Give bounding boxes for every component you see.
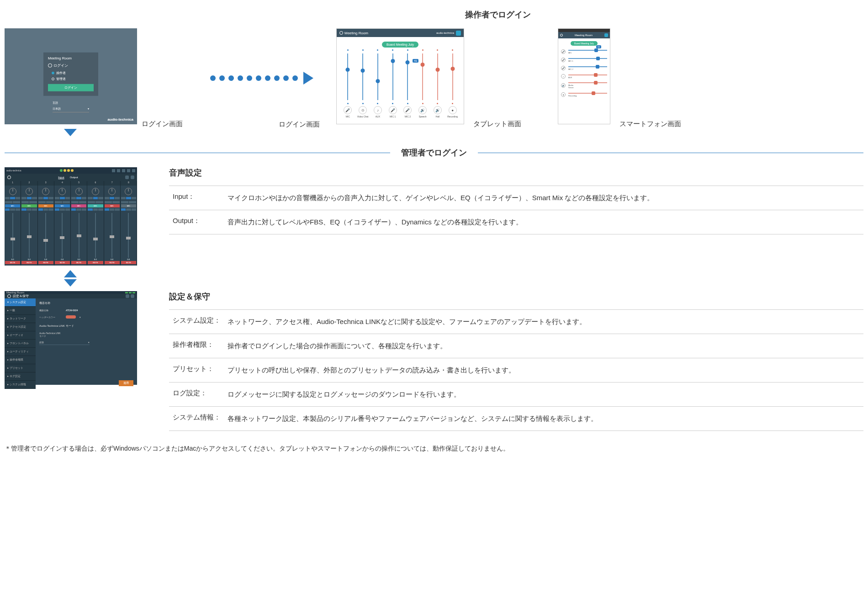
channel-slider-h[interactable]: 🎤MIC 2: [561, 66, 607, 70]
login-button[interactable]: ログイン: [48, 84, 94, 91]
mute-button[interactable]: MUTE: [55, 261, 70, 264]
channel-icon[interactable]: 🔊: [418, 106, 427, 114]
table-row: システム設定：ネットワーク、アクセス権、Audio-Technica LINKな…: [169, 310, 863, 334]
channel-strip[interactable]: MIC0.0MUTE: [5, 186, 21, 266]
user-icon[interactable]: [131, 294, 134, 298]
sidebar-item[interactable]: ▸ アクセス設定: [5, 323, 36, 331]
row-key: プリセット：: [173, 365, 228, 376]
channel-slider[interactable]: [372, 49, 384, 104]
channel-icon[interactable]: ●: [449, 106, 457, 114]
channel-slider[interactable]: [357, 49, 369, 104]
link-mode-select[interactable]: 拡張▾: [39, 340, 90, 345]
channel-strip[interactable]: MIC0.0MUTE: [21, 186, 37, 266]
sidebar-item[interactable]: ▸ システム情報: [5, 381, 36, 389]
channel-icon[interactable]: ♪: [374, 106, 382, 114]
fader[interactable]: [88, 213, 103, 258]
channel-slider-h[interactable]: 🎤56MIC: [561, 49, 607, 54]
gain-knob[interactable]: [92, 188, 99, 195]
fader[interactable]: [105, 213, 120, 258]
channel-slider-h[interactable]: 🔊Media Server: [561, 82, 607, 89]
user-icon[interactable]: [604, 33, 608, 37]
mixer-icon[interactable]: [126, 294, 129, 298]
table-row: Input：マイクロホンやほかの音響機器からの音声入力に対して、ゲインやレベル、…: [169, 186, 863, 210]
channel-slider[interactable]: [432, 49, 444, 104]
channel-icon[interactable]: 🎤: [389, 106, 397, 114]
sidebar-item[interactable]: ▸ ユーティリティ: [5, 348, 36, 356]
apply-button[interactable]: 適用: [119, 380, 133, 386]
channel-label: MIC 1: [387, 115, 399, 118]
channel-tag: MIC: [21, 204, 37, 207]
channel-strip[interactable]: MIC0.0MUTE: [104, 186, 121, 266]
channel-slider[interactable]: [417, 49, 429, 104]
sidebar-item[interactable]: ▸ ログ設定: [5, 372, 36, 381]
preset-chip[interactable]: Board Meeting July: [382, 42, 418, 48]
color-swatch[interactable]: [66, 315, 76, 319]
channel-strip[interactable]: MIC0.0MUTE: [38, 186, 54, 266]
channel-strip[interactable]: MIC0.0MUTE: [54, 186, 71, 266]
channel-slider-h[interactable]: ♪AUX: [561, 74, 607, 79]
channel-tag: MIC: [55, 204, 70, 207]
channel-slider[interactable]: [387, 49, 399, 104]
gear-icon[interactable]: [125, 175, 129, 179]
table-row: ログ設定：ログメッセージに関する設定とログメッセージのダウンロードを行います。: [169, 383, 863, 407]
channel-slider-h[interactable]: 🎤MIC 1: [561, 58, 607, 62]
radio-operator[interactable]: 操作者: [52, 71, 94, 75]
user-icon[interactable]: [456, 31, 461, 36]
channel-strip[interactable]: MIC0.0MUTE: [71, 186, 87, 266]
tab-output[interactable]: Output: [70, 176, 78, 179]
gain-knob[interactable]: [42, 188, 49, 195]
sidebar-item[interactable]: ▸ プリセット: [5, 364, 36, 372]
row-key: 操作者権限：: [173, 340, 228, 351]
channel-label: AUX: [372, 115, 384, 118]
channel-icon[interactable]: 🔊: [434, 106, 442, 114]
fader[interactable]: [55, 213, 70, 258]
mute-button[interactable]: MUTE: [5, 261, 20, 264]
channel-strip[interactable]: MIC0.0MUTE: [87, 186, 104, 266]
gain-knob[interactable]: [9, 188, 16, 195]
login-title: ログイン: [48, 63, 94, 68]
channel-slider-h[interactable]: ●Recording: [561, 92, 607, 97]
settings-main: 機器名称 機器名称ATDM-0604 ヘッダーカラー▾ Audio-Techni…: [36, 298, 137, 389]
mute-button[interactable]: MUTE: [38, 261, 53, 264]
user-icon[interactable]: [131, 175, 134, 179]
channel-icon[interactable]: 🎤: [344, 106, 352, 114]
sidebar-item[interactable]: ▸ 操作者権限: [5, 356, 36, 364]
fader[interactable]: [21, 213, 37, 258]
gain-knob[interactable]: [26, 188, 33, 195]
sidebar-item[interactable]: ▸ 一般: [5, 307, 36, 315]
channel-icon: 🎤: [561, 49, 566, 54]
arrow-dots: [192, 72, 327, 85]
operator-login-heading: 操作者でログイン: [132, 9, 863, 20]
sidebar-item[interactable]: ▸ フロントパネル: [5, 340, 36, 348]
radio-admin[interactable]: 管理者: [52, 77, 94, 81]
gain-knob[interactable]: [125, 188, 132, 195]
channel-strip[interactable]: MIC0.0MUTE: [121, 186, 137, 266]
channel-number: 3: [38, 181, 54, 186]
fader[interactable]: [71, 213, 86, 258]
mute-button[interactable]: MUTE: [71, 261, 86, 264]
preset-chip[interactable]: Board Meeting July: [571, 41, 598, 46]
sidebar-item[interactable]: ▾ システム設定: [5, 298, 36, 307]
channel-label: Recording: [447, 115, 459, 118]
channel-icon[interactable]: ⊙: [359, 106, 367, 114]
mute-button[interactable]: MUTE: [121, 261, 136, 264]
channel-slider[interactable]: [342, 49, 354, 104]
channel-label: Recording: [568, 95, 577, 97]
sidebar-item[interactable]: ▸ オーディオ: [5, 331, 36, 340]
sidebar-item[interactable]: ▸ ネットワーク: [5, 315, 36, 323]
channel-slider[interactable]: [447, 49, 459, 104]
mute-button[interactable]: MUTE: [105, 261, 120, 264]
gain-knob[interactable]: [108, 188, 116, 195]
mute-button[interactable]: MUTE: [21, 261, 37, 264]
channel-icon[interactable]: 🎤: [403, 106, 412, 114]
gain-knob[interactable]: [58, 188, 66, 195]
fader[interactable]: [5, 213, 20, 258]
fader[interactable]: [38, 213, 53, 258]
channel-slider[interactable]: 41: [402, 49, 413, 104]
mute-button[interactable]: MUTE: [88, 261, 103, 264]
tab-input[interactable]: Input: [58, 176, 64, 179]
language-select[interactable]: 言語 日本語▾: [53, 101, 89, 112]
gain-knob[interactable]: [75, 188, 83, 195]
fader[interactable]: [121, 213, 136, 258]
channel-icon: ●: [561, 92, 566, 97]
